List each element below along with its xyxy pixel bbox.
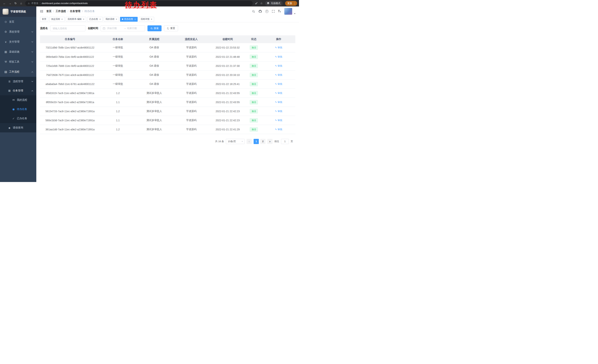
search-button[interactable]: 搜索 (148, 25, 162, 31)
back-button[interactable]: ← (2, 1, 7, 6)
table-header-row: 任务编号任务名称所属流程流程发起人创建时间状态操作 (40, 35, 295, 43)
goto-page-input[interactable] (281, 139, 289, 144)
sidebar-toggle[interactable] (40, 10, 43, 13)
tool-icon: ⚒ (4, 60, 8, 64)
sidebar-item-leave-query[interactable]: ☻请假查询 (0, 123, 36, 132)
sidebar-item-dev-tools[interactable]: ⚒研发工具 (0, 57, 36, 67)
tab-item[interactable]: 流程详情× (139, 17, 154, 22)
date-range-picker[interactable]: 开始日期 - 结束日期 (100, 25, 145, 31)
tab-item[interactable]: 待办任务× (120, 17, 138, 22)
browser-toolbar-right: ☆ 无痕模式 更新 ⋮ (255, 1, 297, 6)
tab-item[interactable]: 首页 (40, 17, 48, 22)
approve-link[interactable]: ✎审批 (275, 128, 282, 131)
cell-action: ✎审批 (262, 97, 295, 107)
tab-close-icon[interactable]: × (134, 18, 136, 20)
address-divider (40, 2, 40, 5)
main-panel: 首页/工作流程/任务管理/待办任务 ? (36, 7, 299, 182)
search-button-icon (150, 27, 153, 30)
cell-status: 激活 (245, 70, 262, 80)
table-row: 8f0d1619-7ac8-11ec-a9e2-a2380e71991a1.2测… (40, 89, 295, 97)
edit-icon: ✎ (275, 83, 277, 85)
breadcrumb-separator: / (82, 10, 83, 13)
page-number-button[interactable]: 1 (254, 139, 259, 144)
dashboard-icon: ⊙ (4, 20, 8, 24)
tab-item[interactable]: 发起流程× (49, 17, 65, 22)
cell-task-name: 一级审批 (100, 52, 136, 61)
sidebar-item-done-tasks[interactable]: ✓已办任务 (0, 114, 36, 123)
address-bar[interactable]: ⚠ 不安全 dashboard.yudao.iocoder.cn/bpm/tas… (25, 1, 253, 6)
sidebar-item-home[interactable]: ⊙首页 (0, 17, 36, 27)
page-number-button[interactable]: 2 (260, 139, 266, 144)
reset-button-label: 重置 (170, 27, 175, 30)
sidebar-item-label: 请假查询 (13, 126, 23, 129)
cell-task-id: 069c6a63-7b8a-11ec-8ef0-acde48001122 (40, 52, 100, 61)
tab-close-icon[interactable]: × (99, 18, 101, 20)
breadcrumb-item[interactable]: 首页 (46, 10, 51, 13)
approve-link[interactable]: ✎审批 (275, 73, 282, 77)
forward-button[interactable]: → (8, 1, 13, 6)
reset-button[interactable]: 重置 (164, 25, 178, 31)
breadcrumb-item[interactable]: 任务管理 (70, 10, 80, 13)
tab-label: 发起流程 (51, 18, 60, 21)
bookmark-star-icon[interactable]: ☆ (260, 2, 263, 5)
tab-label: 待办任务 (124, 18, 133, 21)
tab-close-icon[interactable]: × (116, 18, 117, 20)
approve-link[interactable]: ✎审批 (275, 64, 282, 68)
cell-create-time: 2022-01-21 22:43:55 (210, 89, 245, 97)
page-size-select[interactable]: 10条/页 ▾ (226, 139, 245, 144)
process-name-input[interactable] (50, 25, 85, 31)
next-page-button[interactable]: › (267, 139, 273, 144)
reload-button[interactable]: ↻ (13, 1, 18, 6)
user-avatar[interactable] (284, 8, 292, 15)
sidebar-item-task-management[interactable]: ⊞任务管理 (0, 86, 36, 95)
browser-menu-icon[interactable]: ⋮ (293, 2, 296, 5)
calendar-icon (103, 27, 105, 30)
tab-close-icon[interactable]: × (151, 18, 152, 20)
sidebar-item-workflow[interactable]: ▤工作流程 (0, 67, 36, 77)
cell-action: ✎审批 (262, 116, 295, 125)
tab-close-icon[interactable]: × (83, 18, 84, 20)
tab-close-icon[interactable]: × (61, 18, 63, 20)
approve-link[interactable]: ✎审批 (275, 46, 282, 49)
approve-link[interactable]: ✎审批 (275, 101, 282, 104)
cell-create-time: 2022-01-21 22:41:29 (210, 125, 245, 134)
approve-link[interactable]: ✎审批 (275, 82, 282, 86)
fullscreen-icon[interactable] (272, 10, 275, 13)
user-icon: ☻ (8, 126, 11, 129)
key-icon[interactable] (255, 2, 258, 5)
help-icon[interactable]: ? (265, 10, 268, 13)
tab-item[interactable]: 流程表单-编辑× (66, 17, 86, 22)
cell-task-id: 73211d9d-7b9b-11ec-b5b7-acde48001122 (40, 43, 100, 52)
font-size-icon[interactable]: TT (278, 10, 281, 13)
sidebar-item-process-management[interactable]: ≣流程管理 (0, 77, 36, 86)
search-icon[interactable] (252, 10, 255, 13)
edit-icon: ✎ (275, 92, 277, 94)
cell-action: ✎审批 (262, 43, 295, 52)
avatar-caret-icon[interactable]: ▾ (294, 12, 295, 15)
cell-action: ✎审批 (262, 89, 295, 97)
breadcrumb-item[interactable]: 工作流程 (56, 10, 66, 13)
approve-link[interactable]: ✎审批 (275, 110, 282, 113)
tab-item[interactable]: 我的流程× (104, 17, 119, 22)
sidebar-item-my-process[interactable]: ✉我的流程 (0, 95, 36, 105)
table-row: a6aba0a4-7b6d-11ec-b781-acde48001122一级审批… (40, 80, 295, 89)
status-badge: 激活 (250, 73, 258, 77)
header-actions: ? TT ▾ (252, 8, 295, 15)
update-button[interactable]: 更新 ⋮ (285, 1, 297, 6)
approve-link[interactable]: ✎审批 (275, 91, 282, 95)
home-button[interactable]: ⌂ (18, 1, 24, 6)
github-icon[interactable] (258, 10, 262, 13)
sidebar-item-infrastructure[interactable]: ▦基础设施 (0, 47, 36, 57)
sidebar-item-payment-management[interactable]: ¥支付管理 (0, 37, 36, 47)
cell-create-time: 2022-01-22 21:37:30 (210, 61, 245, 70)
cell-action: ✎审批 (262, 70, 295, 80)
app-logo[interactable]: 芋道管理系统 (0, 7, 36, 17)
tab-item[interactable]: 已办任务× (87, 17, 103, 22)
chevron-down-icon (32, 40, 33, 42)
approve-link[interactable]: ✎审批 (275, 55, 282, 58)
sidebar-item-system-management[interactable]: ⚙系统管理 (0, 27, 36, 37)
prev-page-button[interactable]: ‹ (247, 139, 252, 144)
status-badge: 激活 (250, 55, 258, 59)
sidebar-item-todo-tasks[interactable]: ◉待办任务 (0, 105, 36, 114)
approve-link[interactable]: ✎审批 (275, 119, 282, 122)
